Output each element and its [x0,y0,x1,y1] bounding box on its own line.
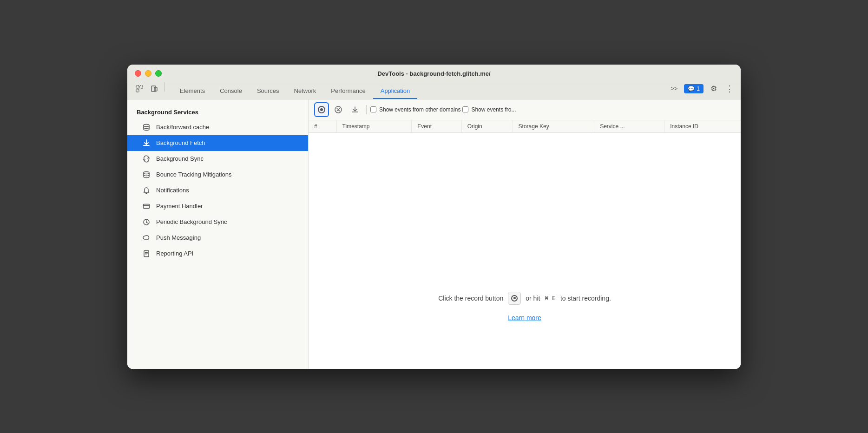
maximize-button[interactable] [155,70,162,77]
sidebar-item-background-sync[interactable]: Background Sync [127,151,308,167]
settings-button[interactable]: ⚙ [707,82,720,95]
show-events-checkbox-label[interactable]: Show events from other domains [370,106,460,113]
sidebar-label-background-fetch: Background Fetch [156,139,205,146]
device-icon[interactable] [148,82,161,95]
more-tabs-button[interactable]: >> [668,83,680,94]
tab-console[interactable]: Console [212,84,250,99]
tab-bar: Elements Console Sources Network Perform… [127,82,741,99]
traffic-lights [135,70,162,77]
instruction-after: or hit [526,295,540,302]
sidebar-label-payment-handler: Payment Handler [156,203,203,210]
download-button[interactable] [348,102,362,117]
close-button[interactable] [135,70,141,77]
col-event: Event [412,120,461,133]
record-icon [318,106,325,113]
record-dot [320,108,323,111]
minimize-button[interactable] [145,70,151,77]
table-header-row: # Timestamp Event Origin Storage Key Ser… [309,120,741,133]
svg-rect-2 [136,89,139,92]
tab-application[interactable]: Application [373,84,418,99]
tab-bar-right: >> 💬 1 ⚙ ⋮ [668,82,735,99]
col-storage-key: Storage Key [513,120,594,133]
col-instance-id: Instance ID [664,120,741,133]
record-inner-small [511,295,518,302]
sidebar-label-bounce-tracking: Bounce Tracking Mitigations [156,171,232,178]
show-events-checkbox2[interactable] [462,106,468,112]
keyboard-shortcut: ⌘ E [545,295,555,302]
tab-bar-tools [133,82,167,99]
sidebar-section-title: Background Services [127,107,308,119]
table-container: # Timestamp Event Origin Storage Key Ser… [309,120,741,245]
svg-rect-3 [151,86,156,92]
tab-divider [164,82,165,92]
sidebar-item-background-fetch[interactable]: Background Fetch [127,135,308,151]
show-events-checkbox-label2[interactable]: Show events fro... [462,106,516,113]
record-button[interactable] [314,102,329,117]
sidebar-label-backforward: Back/forward cache [156,124,209,131]
bell-icon [142,186,151,195]
learn-more-link[interactable]: Learn more [508,314,541,321]
sync-icon [142,155,151,163]
main-content: Background Services Back/forward cache [127,99,741,369]
sidebar-label-reporting-api: Reporting API [156,250,193,257]
right-panel: Show events from other domains Show even… [309,99,741,369]
devtools-window: DevTools - background-fetch.glitch.me/ E… [127,65,741,369]
instruction-end: to start recording. [560,295,611,302]
sidebar-item-reporting-api[interactable]: Reporting API [127,246,308,262]
events-table: # Timestamp Event Origin Storage Key Ser… [309,120,741,133]
svg-point-6 [144,171,149,174]
sidebar-label-periodic-sync: Periodic Background Sync [156,218,227,225]
sidebar-item-notifications[interactable]: Notifications [127,183,308,198]
sidebar-item-periodic-sync[interactable]: Periodic Background Sync [127,214,308,230]
clock-icon [142,218,151,226]
window-title: DevTools - background-fetch.glitch.me/ [377,70,490,77]
svg-rect-0 [136,85,139,88]
instruction-before: Click the record button [438,295,503,302]
record-dot-small [513,297,516,299]
title-bar: DevTools - background-fetch.glitch.me/ [127,65,741,82]
tab-network[interactable]: Network [287,84,324,99]
svg-point-5 [144,124,149,126]
cloud-icon [142,234,151,242]
comment-icon: 💬 [688,85,695,92]
sidebar: Background Services Back/forward cache [127,99,309,369]
tab-performance[interactable]: Performance [323,84,373,99]
col-number: # [309,120,336,133]
svg-rect-7 [144,204,150,208]
doc-icon [142,249,151,258]
sidebar-label-push-messaging: Push Messaging [156,234,201,241]
sidebar-item-push-messaging[interactable]: Push Messaging [127,230,308,246]
col-service: Service ... [594,120,664,133]
toolbar: Show events from other domains Show even… [309,99,741,120]
sidebar-item-payment-handler[interactable]: Payment Handler [127,198,308,214]
sidebar-label-background-sync: Background Sync [156,155,204,162]
empty-state: Click the record button or hit ⌘ E to st… [309,244,741,369]
sidebar-item-bounce-tracking[interactable]: Bounce Tracking Mitigations [127,167,308,183]
comment-count: 1 [697,85,700,92]
col-origin: Origin [461,120,513,133]
sidebar-label-notifications: Notifications [156,187,189,194]
cursor-icon[interactable] [133,82,146,95]
sidebar-item-backforward[interactable]: Back/forward cache [127,119,308,135]
fetch-icon [142,139,151,147]
show-events-label2: Show events fro... [471,106,516,113]
tab-elements[interactable]: Elements [172,84,212,99]
card-icon [142,202,151,210]
comment-badge[interactable]: 💬 1 [684,84,704,93]
bounce-icon [142,171,151,179]
database-icon [142,123,151,131]
record-instruction: Click the record button or hit ⌘ E to st… [438,292,611,305]
record-icon-small [508,292,521,305]
toolbar-divider [366,105,367,114]
col-timestamp: Timestamp [336,120,412,133]
clear-button[interactable] [331,102,346,117]
svg-rect-1 [140,85,143,88]
kebab-menu-button[interactable]: ⋮ [724,83,735,94]
tab-sources[interactable]: Sources [250,84,287,99]
show-events-checkbox[interactable] [370,106,376,112]
empty-state-content: Click the record button or hit ⌘ E to st… [438,292,611,321]
show-events-label: Show events from other domains [379,106,460,113]
